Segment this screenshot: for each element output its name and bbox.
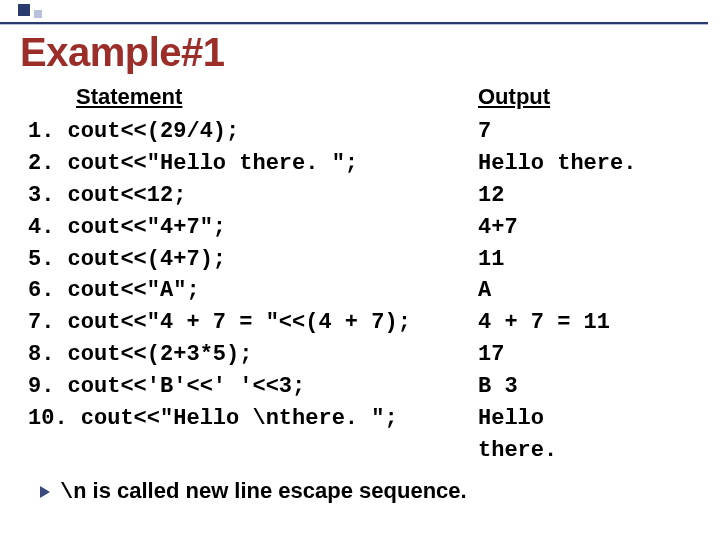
output-row: 17 [478, 339, 700, 371]
content-area: Statement 1. cout<<(29/4);2. cout<<"Hell… [28, 84, 700, 467]
statement-row: 9. cout<<'B'<<' '<<3; [28, 371, 478, 403]
statement-row: 7. cout<<"4 + 7 = "<<(4 + 7); [28, 307, 478, 339]
footnote: \n is called new line escape sequence. [40, 478, 467, 505]
output-row: B 3 [478, 371, 700, 403]
statement-row: 8. cout<<(2+3*5); [28, 339, 478, 371]
output-row: 7 [478, 116, 700, 148]
statement-row: 2. cout<<"Hello there. "; [28, 148, 478, 180]
output-header: Output [478, 84, 700, 110]
footnote-text: \n is called new line escape sequence. [60, 478, 467, 505]
statement-row: 4. cout<<"4+7"; [28, 212, 478, 244]
statement-row: 1. cout<<(29/4); [28, 116, 478, 148]
output-row: 4+7 [478, 212, 700, 244]
statement-header: Statement [76, 84, 478, 110]
output-row: 12 [478, 180, 700, 212]
output-row: Hello there. [478, 148, 700, 180]
statement-list: 1. cout<<(29/4);2. cout<<"Hello there. "… [28, 116, 478, 435]
output-column: Output 7Hello there.124+711A4 + 7 = 1117… [478, 84, 700, 467]
slide-top-decoration [0, 0, 720, 26]
footnote-rest: is called new line escape sequence. [86, 478, 466, 503]
slide-title: Example#1 [20, 30, 225, 75]
output-row: 4 + 7 = 11 [478, 307, 700, 339]
output-row: 11 [478, 244, 700, 276]
bullet-icon [40, 486, 50, 498]
statement-row: 10. cout<<"Hello \nthere. "; [28, 403, 478, 435]
escape-sequence: \n [60, 480, 86, 505]
output-list: 7Hello there.124+711A4 + 7 = 1117B 3Hell… [478, 116, 700, 467]
statement-row: 6. cout<<"A"; [28, 275, 478, 307]
output-row: there. [478, 435, 700, 467]
output-row: A [478, 275, 700, 307]
statement-row: 5. cout<<(4+7); [28, 244, 478, 276]
statement-row: 3. cout<<12; [28, 180, 478, 212]
output-row: Hello [478, 403, 700, 435]
statement-column: Statement 1. cout<<(29/4);2. cout<<"Hell… [28, 84, 478, 435]
